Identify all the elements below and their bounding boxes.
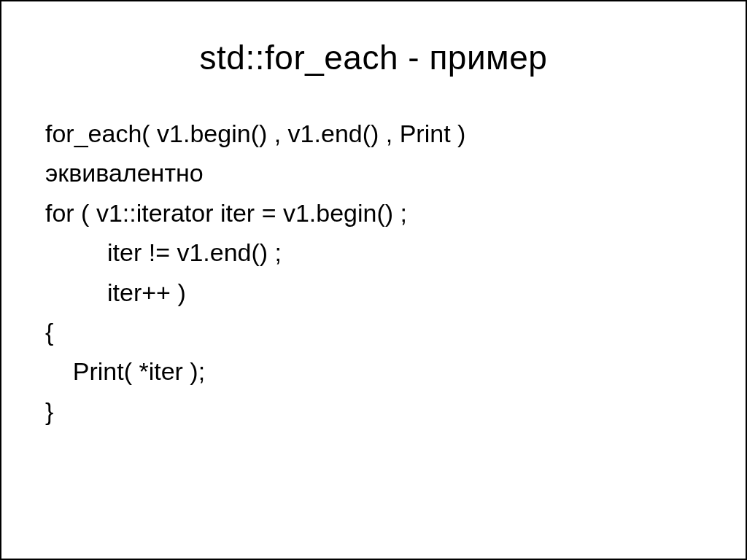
code-line: Print( *iter ); <box>45 351 702 391</box>
code-line: { <box>45 312 702 351</box>
slide-content: for_each( v1.begin() , v1.end() , Print … <box>45 114 702 431</box>
slide-container: std::for_each - пример for_each( v1.begi… <box>0 0 747 560</box>
code-line: iter != v1.end() ; <box>45 233 702 272</box>
code-line: iter++ ) <box>45 273 702 312</box>
code-line: for ( v1::iterator iter = v1.begin() ; <box>45 193 702 233</box>
code-line: } <box>45 392 702 431</box>
code-line: эквивалентно <box>45 153 702 192</box>
slide-title: std::for_each - пример <box>45 38 702 77</box>
code-line: for_each( v1.begin() , v1.end() , Print … <box>45 114 702 153</box>
